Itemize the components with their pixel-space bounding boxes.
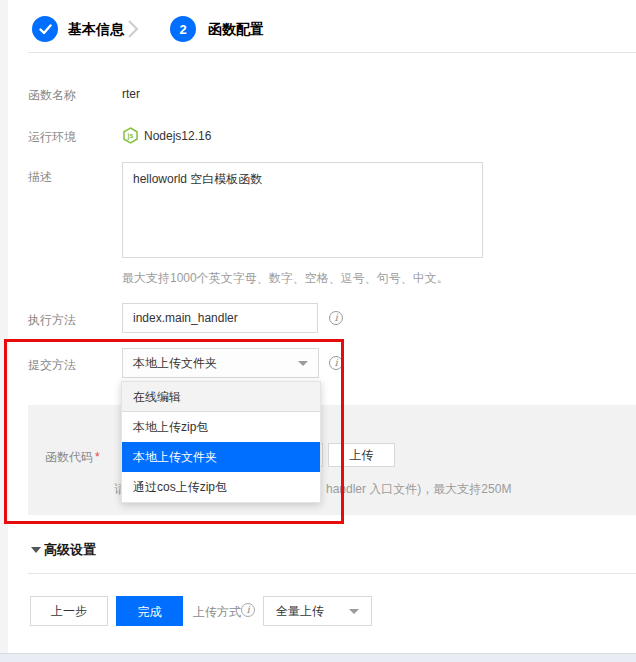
description-hint: 最大支持1000个英文字母、数字、空格、逗号、句号、中文。 — [122, 270, 449, 287]
handler-input[interactable] — [122, 303, 318, 333]
step1-label: 基本信息 — [68, 21, 124, 39]
nodejs-icon: js — [122, 127, 139, 144]
page-bottom-gutter — [0, 653, 636, 662]
page-left-gutter — [0, 0, 8, 653]
chevron-down-icon — [349, 609, 359, 614]
previous-step-button[interactable]: 上一步 — [30, 596, 108, 626]
triangle-down-icon — [31, 547, 41, 553]
code-hint-text: handler 入口文件)，最大支持250M — [326, 481, 511, 498]
runtime-label: 运行环境 — [28, 129, 76, 146]
svg-text:js: js — [127, 132, 134, 140]
header-divider — [28, 52, 636, 53]
annotation-red-box — [4, 339, 344, 524]
advanced-settings-toggle[interactable]: 高级设置 — [44, 541, 96, 559]
upload-mode-label: 上传方式 — [193, 604, 241, 621]
upload-mode-selected-value: 全量上传 — [276, 604, 324, 618]
handler-info-icon[interactable]: i — [329, 311, 343, 325]
chevron-right-icon — [127, 19, 139, 39]
handler-label: 执行方法 — [28, 312, 76, 329]
function-name-value: rter — [122, 87, 140, 101]
runtime-value: Nodejs12.16 — [144, 129, 211, 143]
step2-number: 2 — [179, 22, 186, 37]
footer-divider — [28, 573, 636, 574]
upload-mode-label-text: 上传方式 — [193, 605, 241, 619]
finish-button[interactable]: 完成 — [116, 596, 183, 626]
step1-done-circle — [32, 16, 58, 42]
upload-mode-info-icon[interactable]: i — [241, 603, 255, 617]
upload-mode-select[interactable]: 全量上传 — [263, 596, 372, 626]
description-label: 描述 — [28, 169, 52, 186]
step2-number-circle: 2 — [170, 16, 196, 42]
step2-label: 函数配置 — [208, 21, 264, 39]
check-icon — [39, 24, 52, 35]
function-name-label: 函数名称 — [28, 87, 76, 104]
function-config-page: 基本信息 2 函数配置 函数名称 rter 运行环境 js Nodejs12.1… — [0, 0, 636, 662]
description-textarea[interactable]: helloworld 空白模板函数 — [122, 162, 483, 258]
